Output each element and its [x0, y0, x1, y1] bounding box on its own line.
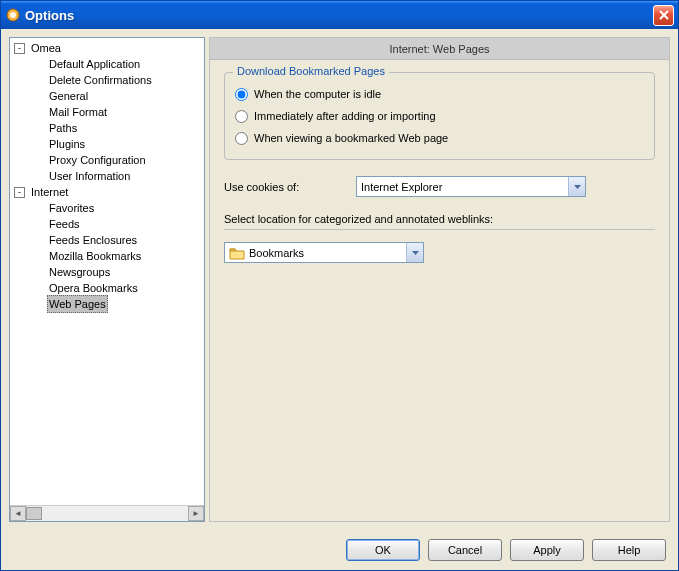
tree-node-feeds-enclosures[interactable]: Feeds Enclosures — [32, 232, 204, 248]
panel-body: Download Bookmarked Pages When the compu… — [210, 60, 669, 275]
location-combo[interactable]: Bookmarks — [224, 242, 424, 263]
tree-node-label: Omea — [29, 40, 63, 56]
tree-node-label: General — [47, 88, 90, 104]
window-title: Options — [25, 8, 653, 23]
tree-node-opera-bookmarks[interactable]: Opera Bookmarks — [32, 280, 204, 296]
tree-node-label: Feeds — [47, 216, 82, 232]
location-label: Select location for categorized and anno… — [224, 213, 655, 225]
tree-node-label: Delete Confirmations — [47, 72, 154, 88]
tree-panel: -OmeaDefault ApplicationDelete Confirmat… — [9, 37, 205, 522]
location-value: Bookmarks — [249, 247, 406, 259]
cookies-combo[interactable]: Internet Explorer — [356, 176, 586, 197]
tree-node-paths[interactable]: Paths — [32, 120, 204, 136]
download-bookmarked-group: Download Bookmarked Pages When the compu… — [224, 72, 655, 160]
tree-node-omea[interactable]: -Omea — [14, 40, 204, 56]
folder-icon — [229, 246, 245, 260]
radio-view-label: When viewing a bookmarked Web page — [254, 132, 448, 144]
radio-view[interactable] — [235, 132, 248, 145]
tree-node-mozilla-bookmarks[interactable]: Mozilla Bookmarks — [32, 248, 204, 264]
collapse-icon[interactable]: - — [14, 43, 25, 54]
tree-node-newsgroups[interactable]: Newsgroups — [32, 264, 204, 280]
tree-node-user-information[interactable]: User Information — [32, 168, 204, 184]
tree-node-label: Paths — [47, 120, 79, 136]
tree-node-proxy-configuration[interactable]: Proxy Configuration — [32, 152, 204, 168]
tree-node-label: Favorites — [47, 200, 96, 216]
cookies-label: Use cookies of: — [224, 181, 344, 193]
tree-node-default-application[interactable]: Default Application — [32, 56, 204, 72]
cookies-row: Use cookies of: Internet Explorer — [224, 176, 655, 197]
titlebar[interactable]: Options — [1, 1, 678, 29]
options-tree[interactable]: -OmeaDefault ApplicationDelete Confirmat… — [9, 37, 205, 522]
collapse-icon[interactable]: - — [14, 187, 25, 198]
tree-node-label: Mail Format — [47, 104, 109, 120]
close-button[interactable] — [653, 5, 674, 26]
radio-view-row[interactable]: When viewing a bookmarked Web page — [235, 127, 644, 149]
radio-idle-row[interactable]: When the computer is idle — [235, 83, 644, 105]
chevron-down-icon[interactable] — [568, 177, 585, 196]
apply-button[interactable]: Apply — [510, 539, 584, 561]
content-area: -OmeaDefault ApplicationDelete Confirmat… — [1, 29, 678, 530]
svg-point-1 — [10, 12, 16, 18]
scroll-left-arrow[interactable]: ◄ — [10, 506, 26, 521]
tree-node-label: Default Application — [47, 56, 142, 72]
radio-import-row[interactable]: Immediately after adding or importing — [235, 105, 644, 127]
app-icon — [5, 7, 21, 23]
tree-node-mail-format[interactable]: Mail Format — [32, 104, 204, 120]
ok-button[interactable]: OK — [346, 539, 420, 561]
tree-node-plugins[interactable]: Plugins — [32, 136, 204, 152]
tree-node-delete-confirmations[interactable]: Delete Confirmations — [32, 72, 204, 88]
cancel-button[interactable]: Cancel — [428, 539, 502, 561]
tree-node-feeds[interactable]: Feeds — [32, 216, 204, 232]
tree-node-label: Feeds Enclosures — [47, 232, 139, 248]
tree-node-internet[interactable]: -Internet — [14, 184, 204, 200]
scroll-right-arrow[interactable]: ► — [188, 506, 204, 521]
tree-node-label: Proxy Configuration — [47, 152, 148, 168]
tree-node-label: Internet — [29, 184, 70, 200]
settings-panel: Internet: Web Pages Download Bookmarked … — [209, 37, 670, 522]
chevron-down-icon[interactable] — [406, 243, 423, 262]
cookies-value: Internet Explorer — [361, 181, 568, 193]
button-bar: OK Cancel Apply Help — [1, 530, 678, 570]
radio-import-label: Immediately after adding or importing — [254, 110, 436, 122]
radio-import[interactable] — [235, 110, 248, 123]
options-window: Options -OmeaDefault ApplicationDelete C… — [0, 0, 679, 571]
radio-idle-label: When the computer is idle — [254, 88, 381, 100]
horizontal-scrollbar[interactable]: ◄ ► — [10, 505, 204, 521]
scroll-thumb[interactable] — [26, 507, 42, 520]
tree-node-general[interactable]: General — [32, 88, 204, 104]
help-button[interactable]: Help — [592, 539, 666, 561]
tree-node-label: Newsgroups — [47, 264, 112, 280]
tree-node-web-pages[interactable]: Web Pages — [32, 296, 204, 312]
tree-node-favorites[interactable]: Favorites — [32, 200, 204, 216]
tree-node-label: Web Pages — [47, 295, 108, 313]
panel-header: Internet: Web Pages — [210, 38, 669, 60]
radio-idle[interactable] — [235, 88, 248, 101]
separator — [224, 229, 655, 230]
tree-node-label: Opera Bookmarks — [47, 280, 140, 296]
tree-node-label: Plugins — [47, 136, 87, 152]
group-legend: Download Bookmarked Pages — [233, 65, 389, 77]
tree-node-label: Mozilla Bookmarks — [47, 248, 143, 264]
tree-node-label: User Information — [47, 168, 132, 184]
